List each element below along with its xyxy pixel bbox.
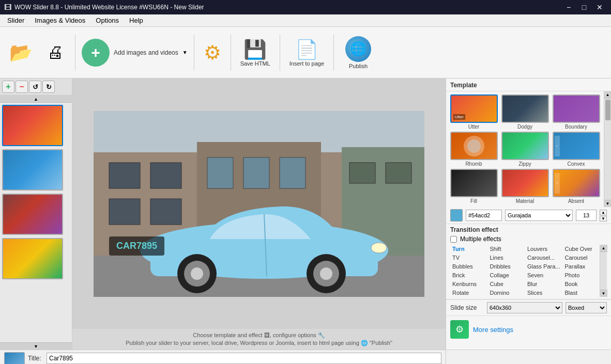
transition-louvers[interactable]: Louvers (525, 245, 562, 253)
slide-preview-thumb (4, 352, 25, 364)
font-size-up[interactable]: ▲ (600, 210, 607, 215)
template-zippy[interactable]: Zippy (500, 132, 549, 167)
transition-rotate[interactable]: Rotate (450, 289, 487, 297)
open-button[interactable]: 📂 (4, 39, 38, 67)
menu-options[interactable]: Options (90, 15, 124, 25)
transition-shift[interactable]: Shift (487, 245, 524, 253)
utter-tag: Utter (453, 114, 465, 120)
template-material-label: Material (516, 198, 534, 204)
transition-brick[interactable]: Brick (450, 271, 487, 279)
transition-scroll-up[interactable]: ▲ (600, 245, 607, 252)
add-slide-button[interactable]: + (2, 81, 14, 93)
slide-thumb-2[interactable] (2, 149, 63, 191)
redo-button[interactable]: ↻ (42, 81, 55, 93)
multiple-effects-label: Multiple effects (460, 235, 501, 243)
scroll-up-arrow[interactable]: ▲ (0, 96, 72, 103)
save-html-icon-group: 💾 (243, 39, 267, 60)
template-convex[interactable]: ‹ Convex (552, 132, 601, 167)
transition-glass-para[interactable]: Glass Para... (525, 262, 562, 271)
color-hex-input[interactable] (466, 210, 502, 221)
transition-cube-over[interactable]: Cube Over (563, 245, 600, 253)
undo-button[interactable]: ↺ (29, 81, 41, 93)
transition-tv[interactable]: TV (450, 254, 487, 262)
svg-rect-11 (349, 163, 375, 183)
transition-bubbles[interactable]: Bubbles (450, 262, 487, 271)
font-select[interactable]: Gurajada Arial Verdana (505, 210, 573, 221)
template-absent[interactable]: ‹ Absent (552, 169, 601, 204)
minimize-button[interactable]: − (561, 0, 576, 14)
add-images-circle-button[interactable]: + (82, 39, 110, 67)
transition-slices[interactable]: Slices (525, 289, 562, 297)
slide-thumb-4[interactable] (2, 238, 63, 279)
remove-slide-button[interactable]: − (16, 81, 28, 93)
color-swatch[interactable] (450, 209, 463, 221)
template-boundary[interactable]: Boundary (552, 94, 601, 130)
template-rhomb-thumb (450, 132, 498, 160)
slide-thumb-1[interactable] (2, 105, 63, 146)
template-dodgy-thumb (501, 94, 549, 123)
menu-help[interactable]: Help (124, 15, 148, 25)
title-input[interactable] (47, 353, 441, 364)
template-absent-label: Absent (568, 198, 584, 204)
transition-scrollbar: ▲ ▼ (600, 245, 607, 297)
insert-button[interactable]: 📄 Insert to page (284, 36, 329, 70)
boxed-select[interactable]: Boxed Full Width Full Screen (566, 302, 607, 313)
transition-blur[interactable]: Blur (525, 280, 562, 288)
transition-cube[interactable]: Cube (487, 280, 524, 288)
maximize-button[interactable]: □ (577, 0, 591, 14)
slide-thumb-3[interactable] (2, 194, 63, 235)
transition-scroll-down[interactable]: ▼ (600, 290, 607, 297)
down-arrow-icon: ▼ (34, 344, 38, 349)
save-html-button[interactable]: 💾 Save HTML (235, 36, 276, 70)
separator-1 (75, 35, 75, 71)
menu-slider[interactable]: Slider (2, 15, 29, 25)
slide-1-bg (3, 106, 62, 145)
more-settings-button[interactable]: ⚙ More settings (446, 315, 611, 343)
template-dodgy-label: Dodgy (517, 124, 532, 130)
menu-images-videos[interactable]: Images & Videos (29, 15, 90, 25)
font-size-input[interactable] (576, 210, 597, 221)
transition-lines[interactable]: Lines (487, 254, 524, 262)
template-scroll-thumb[interactable] (605, 100, 610, 120)
transition-dribbles[interactable]: Dribbles (487, 262, 524, 271)
transition-carousel[interactable]: Carousel (563, 254, 600, 262)
template-dodgy[interactable]: Dodgy (500, 94, 549, 130)
svg-rect-3 (109, 199, 140, 225)
preview-hint-1: Choose template and effect 🖼, configure … (78, 332, 440, 339)
settings-button[interactable]: ⚙ (198, 38, 226, 67)
transition-collage[interactable]: Collage (487, 271, 524, 279)
transition-kenburns[interactable]: Kenburns (450, 280, 487, 288)
transition-blast[interactable]: Blast (563, 289, 600, 297)
multiple-effects-checkbox[interactable] (450, 236, 457, 243)
absent-inner: ‹ (554, 170, 599, 196)
transition-domino[interactable]: Domino (487, 289, 524, 297)
close-button[interactable]: ✕ (592, 0, 607, 14)
template-zippy-label: Zippy (518, 161, 531, 167)
template-utter-label: Utter (468, 124, 480, 130)
more-settings-gear-icon: ⚙ (455, 324, 464, 335)
template-rhomb[interactable]: Rhomb (449, 132, 498, 167)
slide-2-bg (3, 150, 62, 189)
transition-turn[interactable]: Turn (450, 245, 487, 253)
add-images-dropdown-arrow[interactable]: ▼ (182, 50, 188, 55)
template-material-thumb (501, 169, 549, 197)
transition-photo[interactable]: Photo (563, 271, 600, 279)
transition-book[interactable]: Book (563, 280, 600, 288)
template-scroll-down[interactable]: ▼ (604, 200, 612, 207)
template-scroll-up[interactable]: ▲ (604, 91, 612, 99)
color-font-row: Gurajada Arial Verdana ▲ ▼ (446, 207, 611, 224)
slide-size-select[interactable]: 640x360 800x450 1024x576 (487, 302, 562, 313)
template-fill[interactable]: Fill (449, 169, 498, 204)
transition-up-icon: ▲ (602, 246, 606, 250)
template-utter[interactable]: Utter Utter (449, 94, 498, 130)
transition-seven[interactable]: Seven (525, 271, 562, 279)
publish-button[interactable]: 🌐 Publish (338, 33, 378, 72)
transition-carousel-dots[interactable]: Carousel... (525, 254, 562, 262)
transition-grid-wrapper: Turn Shift Louvers Cube Over TV Lines Ca… (450, 245, 607, 297)
transition-parallax[interactable]: Parallax (563, 262, 600, 271)
scroll-down-arrow[interactable]: ▼ (0, 342, 72, 350)
font-size-down[interactable]: ▼ (600, 216, 607, 221)
save-button[interactable]: 🖨 (40, 40, 71, 65)
template-material[interactable]: Material (500, 169, 549, 204)
up-arrow-icon: ▲ (34, 97, 38, 102)
